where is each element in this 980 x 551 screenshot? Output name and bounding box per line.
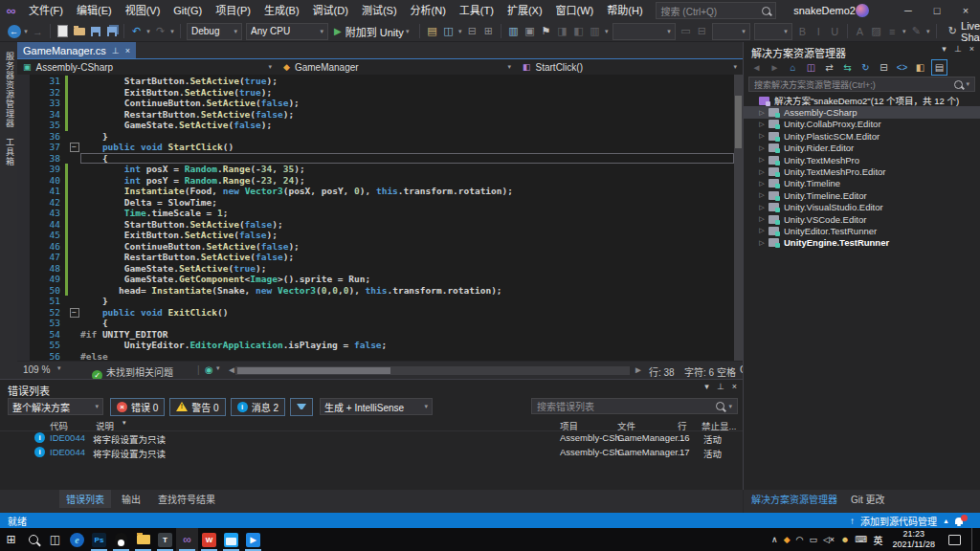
menu-item-1[interactable]: 编辑(E) [70, 0, 119, 21]
project-node[interactable]: ▷Unity.PlasticSCM.Editor [744, 130, 980, 142]
expander-icon[interactable]: ▷ [757, 239, 767, 247]
bookmark-icon[interactable]: ⚑ [538, 23, 554, 40]
window-position-icon[interactable]: ▾ [704, 382, 709, 391]
navigate-forward-icon[interactable]: → [30, 23, 46, 40]
project-node[interactable]: ▷UnityEngine.TestRunner [744, 237, 980, 249]
back-icon[interactable]: ◄ [749, 60, 764, 75]
close-button[interactable]: × [951, 0, 980, 21]
collapse-all-icon[interactable]: ⊟ [877, 60, 891, 75]
hot-reload-icon[interactable]: ▤ [424, 23, 440, 40]
menu-item-7[interactable]: 测试(S) [355, 0, 404, 21]
dropdown-caret-icon[interactable]: ▾ [168, 28, 176, 35]
file-explorer[interactable] [132, 528, 154, 551]
code-editor[interactable]: 31 StartButton.SetActive(true);32 ExitBu… [17, 75, 734, 361]
ime-indicator[interactable]: 英 [874, 533, 883, 547]
project-node[interactable]: ▷Unity.TextMeshPro.Editor [744, 165, 980, 177]
step-icons[interactable]: ⊟ [464, 23, 480, 40]
show-frame-icon[interactable]: ◫ [440, 23, 457, 40]
right-tab-1[interactable]: Git 更改 [851, 490, 885, 508]
highlight-icon[interactable]: ▨ [868, 23, 884, 40]
start-button[interactable]: ⊞ [0, 528, 22, 551]
edge[interactable]: e [66, 528, 88, 551]
expander-icon[interactable]: ▷ [757, 204, 767, 211]
grow-font-icon[interactable]: ▭ [678, 23, 694, 40]
fold-marker-icon[interactable]: − [70, 308, 79, 318]
dropdown-caret-icon[interactable]: ▾ [924, 28, 932, 35]
sort-icon[interactable]: ▾ [122, 419, 126, 427]
breakpoint-margin[interactable] [17, 75, 30, 361]
clock[interactable]: 21:23 2021/11/28 [893, 529, 935, 550]
pen-icon[interactable]: ✎ [908, 23, 924, 40]
right-tab-0[interactable]: 解决方案资源管理器 [751, 490, 837, 508]
menu-item-2[interactable]: 视图(V) [119, 0, 167, 21]
attach-caret-icon[interactable]: ▾ [404, 28, 412, 35]
warnings-filter-button[interactable]: 警告 0 [169, 398, 225, 416]
switch-views-icon[interactable]: ◫ [804, 60, 818, 75]
attach-to-unity-button[interactable]: ▶附加到 Unity▾ [334, 24, 412, 39]
align-icon[interactable]: ≡ [884, 23, 901, 40]
zoom-level-dropdown[interactable]: 109 % [23, 364, 50, 375]
pin-icon[interactable]: ⊥ [717, 382, 724, 391]
touch-keyboard-icon[interactable]: ⌨ [856, 536, 868, 544]
tray-expand-icon[interactable]: ∧ [771, 536, 778, 544]
diagnostics-icon[interactable]: ◉ [205, 364, 213, 375]
undo-icon[interactable]: ↶ [128, 23, 145, 40]
close-panel-icon[interactable]: × [732, 382, 737, 391]
window-position-icon[interactable]: ▾ [942, 44, 947, 54]
filter-button[interactable] [290, 398, 313, 416]
properties-icon[interactable]: ◧ [913, 60, 927, 75]
solution-root-node[interactable]: 解决方案"snakeDemo2"(12 个项目，共 12 个) [744, 95, 980, 106]
error-list-search-input[interactable]: 搜索错误列表 ▾ [531, 398, 738, 414]
user-icon[interactable]: ☻ [840, 536, 849, 544]
platform-dropdown[interactable]: Any CPU▾ [246, 23, 328, 40]
typora[interactable]: T [154, 528, 176, 551]
project-node[interactable]: ▷Unity.VSCode.Editor [744, 213, 980, 225]
font-size-dropdown[interactable]: ▾ [712, 23, 750, 40]
menu-item-8[interactable]: 分析(N) [404, 0, 453, 21]
configuration-dropdown[interactable]: Debug▾ [187, 23, 242, 40]
volume-muted-icon[interactable]: ◁× [823, 536, 835, 544]
error-list-row[interactable]: iIDE0044将字段设置为只读Assembly-CSh...GameManag… [0, 445, 743, 459]
breakpoint-window-icon[interactable]: ⊞ [480, 23, 497, 40]
expander-icon[interactable]: ▷ [757, 121, 767, 128]
menu-item-10[interactable]: 扩展(X) [501, 0, 549, 21]
dropdown-caret-icon[interactable]: ▾ [603, 28, 611, 35]
home-icon[interactable]: ⌂ [786, 60, 800, 75]
spaces-indicator[interactable]: 空格 [717, 364, 736, 379]
battery-icon[interactable]: ▭ [809, 536, 817, 544]
italic-icon[interactable]: I [811, 23, 827, 40]
menu-item-11[interactable]: 窗口(W) [549, 0, 601, 21]
editor-horizontal-scrollbar[interactable] [235, 366, 630, 375]
wps[interactable]: W [198, 528, 220, 551]
show-all-files-icon[interactable]: ▤ [931, 59, 947, 76]
project-node[interactable]: ▷Unity.Timeline [744, 178, 980, 189]
project-node[interactable]: ▷Unity.VisualStudio.Editor [744, 202, 980, 213]
navigate-symbol-icon[interactable]: ▣ [522, 23, 538, 40]
add-to-source-control-button[interactable]: 添加到源代码管理 [860, 514, 937, 528]
menu-item-6[interactable]: 调试(D) [306, 0, 355, 21]
expander-icon[interactable]: ▷ [757, 109, 767, 117]
close-panel-icon[interactable]: × [969, 44, 974, 54]
search-button[interactable] [22, 528, 44, 551]
comment-icon[interactable]: ◨ [554, 23, 570, 40]
maximize-button[interactable]: □ [923, 0, 951, 21]
task-view-button[interactable]: ◫ [44, 528, 66, 551]
document-tab[interactable]: GameManager.cs ⊥ × [17, 42, 136, 58]
project-node[interactable]: ▷Unity.TextMeshPro [744, 154, 980, 165]
sync-active-document-icon[interactable]: ⇆ [840, 60, 855, 75]
open-file-icon[interactable] [71, 23, 87, 40]
menu-item-4[interactable]: 项目(P) [209, 0, 257, 21]
notifications-bell-icon[interactable] [955, 518, 963, 524]
underline-icon[interactable]: U [827, 23, 843, 40]
refresh-icon[interactable]: ↻ [858, 60, 873, 75]
avatar[interactable] [856, 4, 869, 17]
tool-tab-1[interactable]: 输出 [115, 490, 147, 508]
side-tab-0[interactable]: 服务器资源管理器 [4, 52, 16, 128]
editor-vertical-scrollbar[interactable] [734, 75, 743, 361]
quick-search-input[interactable]: 搜索 (Ctrl+Q) [656, 2, 777, 19]
tencent-docs[interactable] [220, 528, 242, 551]
new-file-icon[interactable] [55, 23, 71, 40]
menu-item-9[interactable]: 工具(T) [453, 0, 501, 21]
error-scope-dropdown[interactable]: 整个解决方案▾ [8, 398, 103, 415]
action-center-icon[interactable] [948, 535, 961, 545]
